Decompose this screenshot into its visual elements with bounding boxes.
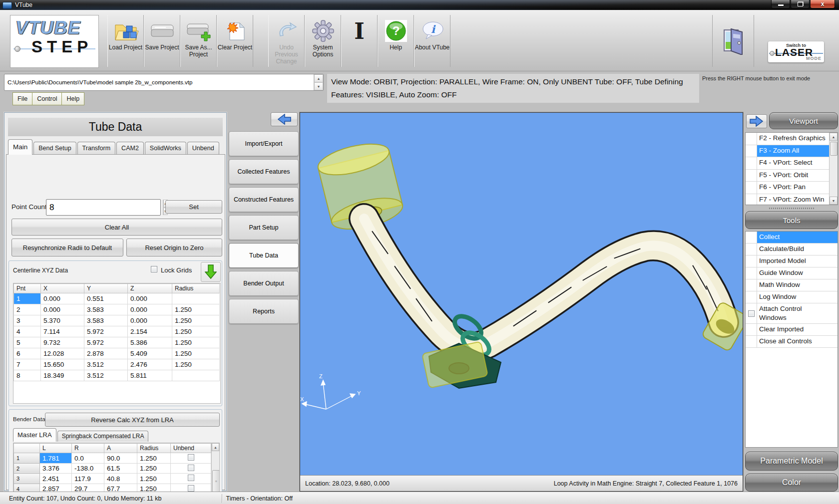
lra-unbend-cell[interactable] bbox=[171, 474, 211, 484]
xyz-cell[interactable]: 5.386 bbox=[128, 337, 172, 348]
lra-cell[interactable]: -138.0 bbox=[72, 463, 104, 474]
tools-list-item-calculate-build[interactable]: Calculate/Build bbox=[746, 244, 838, 255]
xyz-cell[interactable]: 4 bbox=[14, 326, 41, 337]
clear-project-button[interactable]: Clear Project bbox=[217, 15, 253, 67]
xyz-cell[interactable]: 2.878 bbox=[84, 348, 128, 359]
xyz-row[interactable]: 59.7325.9725.3861.250 bbox=[14, 337, 220, 348]
xyz-cell[interactable]: 5.811 bbox=[128, 370, 172, 381]
panel-splitter[interactable] bbox=[745, 206, 838, 210]
menu-control[interactable]: Control bbox=[32, 92, 62, 105]
lra-cell[interactable]: 117.9 bbox=[72, 474, 104, 484]
clear-all-button[interactable]: Clear All bbox=[11, 219, 222, 236]
xyz-cell[interactable]: 2 bbox=[14, 304, 41, 315]
xyz-cell[interactable]: 1.250 bbox=[172, 359, 220, 370]
xyz-row[interactable]: 35.3703.5830.0001.250 bbox=[14, 315, 220, 326]
xyz-cell[interactable]: 6 bbox=[14, 348, 41, 359]
nav-bender-output[interactable]: Bender Output bbox=[229, 271, 299, 296]
xyz-cell[interactable]: 5.409 bbox=[128, 348, 172, 359]
viewport-section-header[interactable]: Viewport bbox=[769, 112, 838, 129]
xyz-cell[interactable]: 3.512 bbox=[84, 359, 128, 370]
lra-cell[interactable]: 61.5 bbox=[104, 463, 137, 474]
xyz-cell[interactable]: 15.650 bbox=[41, 359, 84, 370]
xyz-cell[interactable]: 9.732 bbox=[41, 337, 84, 348]
xyz-cell[interactable]: 1.250 bbox=[172, 326, 220, 337]
lra-cell[interactable]: 3 bbox=[14, 474, 40, 484]
unbend-checkbox[interactable] bbox=[188, 465, 194, 471]
unbend-checkbox[interactable] bbox=[188, 485, 194, 492]
xyz-cell[interactable]: 1.250 bbox=[172, 348, 220, 359]
xyz-cell[interactable]: 0.000 bbox=[128, 315, 172, 326]
insert-point-button[interactable] bbox=[201, 262, 221, 282]
about-vtube-button[interactable]: i About VTube bbox=[414, 15, 450, 67]
lra-row[interactable]: 32.451117.940.81.250 bbox=[14, 474, 211, 484]
lra-cell[interactable]: 0.0 bbox=[72, 453, 104, 464]
exit-door-button[interactable] bbox=[712, 15, 754, 67]
point-count-input[interactable] bbox=[46, 200, 163, 215]
tools-list-item-log-window[interactable]: Log Window bbox=[746, 291, 838, 303]
viewport-list-item-f3-zoom-all[interactable]: F3 - Zoom All bbox=[746, 145, 829, 158]
lra-cell[interactable]: 3.376 bbox=[40, 463, 72, 474]
xyz-cell[interactable]: 12.028 bbox=[41, 348, 84, 359]
system-options-button[interactable]: System Options bbox=[305, 15, 341, 67]
tab-main[interactable]: Main bbox=[8, 139, 32, 155]
path-spinner[interactable]: ▲ ▼ bbox=[314, 74, 323, 90]
xyz-cell[interactable]: 0.000 bbox=[41, 304, 84, 315]
lra-cell[interactable]: 1.250 bbox=[137, 474, 171, 484]
ibeam-cursor-button[interactable]: I bbox=[341, 15, 378, 67]
attach-control-checkbox[interactable] bbox=[748, 310, 755, 317]
tools-list-item-imported-model[interactable]: Imported Model bbox=[746, 255, 838, 267]
xyz-cell[interactable]: 1.250 bbox=[172, 304, 220, 315]
xyz-cell[interactable]: 5.972 bbox=[84, 337, 128, 348]
tools-list-item-guide-window[interactable]: Guide Window bbox=[746, 267, 838, 279]
scroll-down-icon[interactable]: ▼ bbox=[830, 197, 838, 205]
viewport-list-item-f5-vport-orbit[interactable]: F5 - VPort: Orbit bbox=[746, 170, 829, 182]
xyz-cell[interactable]: 8 bbox=[14, 370, 41, 381]
tools-list-item-clear-imported[interactable]: Clear Imported bbox=[746, 324, 838, 336]
lra-row[interactable]: 11.7810.090.01.250 bbox=[14, 453, 211, 464]
xyz-cell[interactable]: 2.154 bbox=[128, 326, 172, 337]
tools-list-item-close-all-controls[interactable]: Close all Controls bbox=[746, 336, 838, 348]
lra-unbend-cell[interactable] bbox=[171, 453, 211, 464]
xyz-table[interactable]: PntXYZRadius10.0000.5510.00020.0003.5830… bbox=[13, 283, 220, 381]
spin-down-icon[interactable]: ▼ bbox=[314, 82, 323, 90]
reset-origin-button[interactable]: Reset Origin to Zero bbox=[126, 239, 222, 256]
tools-section-header[interactable]: Tools bbox=[745, 211, 838, 229]
xyz-row[interactable]: 47.1145.9722.1541.250 bbox=[14, 326, 220, 337]
viewport-list-item-f7-vport-zoom-win[interactable]: F7 - VPort: Zoom Win bbox=[746, 194, 829, 206]
menu-file[interactable]: File bbox=[12, 92, 32, 105]
tools-list-item-attach-control-windows[interactable]: Attach Control Windows bbox=[746, 303, 838, 324]
lra-cell[interactable]: 2.451 bbox=[40, 474, 72, 484]
xyz-cell[interactable]: 3.583 bbox=[84, 304, 128, 315]
help-button[interactable]: ? Help bbox=[378, 15, 414, 67]
tools-list-item-math-window[interactable]: Math Window bbox=[746, 279, 838, 291]
resynchronize-radii-button[interactable]: Resynchronize Radii to Default bbox=[11, 239, 123, 256]
save-as-project-button[interactable]: Save As... Project bbox=[180, 15, 217, 67]
tab-springback-compensated-lra[interactable]: Springback Compensated LRA bbox=[57, 431, 149, 442]
tab-bend-setup[interactable]: Bend Setup bbox=[33, 142, 76, 155]
nav-reports[interactable]: Reports bbox=[229, 299, 299, 324]
xyz-cell[interactable]: 1 bbox=[14, 293, 41, 304]
nav-constructed-features[interactable]: Constructed Features bbox=[229, 187, 299, 212]
lra-cell[interactable]: 90.0 bbox=[104, 453, 137, 464]
scroll-up-icon[interactable]: ▲ bbox=[212, 443, 219, 451]
unbend-checkbox[interactable] bbox=[188, 454, 194, 461]
menu-help[interactable]: Help bbox=[61, 92, 84, 105]
xyz-cell[interactable]: 7.114 bbox=[41, 326, 84, 337]
viewport-list-item-f4-vport-select[interactable]: F4 - VPort: Select bbox=[746, 157, 829, 170]
lra-cell[interactable]: 1.250 bbox=[137, 453, 171, 464]
xyz-cell[interactable]: 5 bbox=[14, 337, 41, 348]
unbend-checkbox[interactable] bbox=[188, 475, 194, 481]
project-path-input[interactable] bbox=[4, 74, 314, 90]
nav-tube-data[interactable]: Tube Data bbox=[229, 243, 299, 268]
viewport-3d[interactable]: Z Y X bbox=[300, 113, 743, 475]
xyz-row[interactable]: 818.3493.5125.811 bbox=[14, 370, 220, 381]
xyz-cell[interactable]: 5.370 bbox=[41, 315, 84, 326]
lra-row[interactable]: 23.376-138.061.51.250 bbox=[14, 463, 211, 474]
load-project-button[interactable]: Load Project bbox=[107, 15, 144, 67]
expand-right-panel-button[interactable] bbox=[746, 114, 767, 128]
tab-unbend[interactable]: Unbend bbox=[187, 142, 219, 155]
xyz-cell[interactable]: 0.000 bbox=[128, 293, 172, 304]
tab-solidworks[interactable]: SolidWorks bbox=[145, 142, 186, 155]
restore-button[interactable] bbox=[791, 0, 810, 8]
viewport-list-scrollbar[interactable]: ▲ ▼ bbox=[829, 133, 838, 205]
